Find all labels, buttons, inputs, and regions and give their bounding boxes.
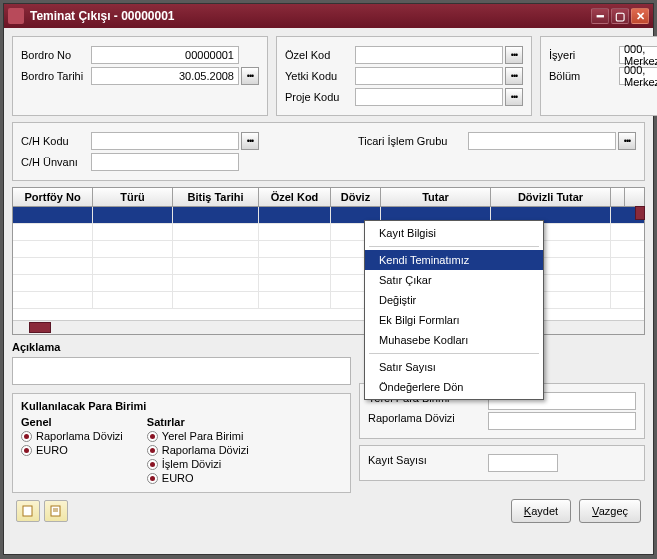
grid-vertical-scroll-indicator[interactable]: [635, 206, 645, 220]
svg-rect-0: [23, 506, 32, 516]
bordro-no-label: Bordro No: [21, 49, 91, 61]
ozel-kod-lookup-button[interactable]: •••: [505, 46, 523, 64]
kayit-sayisi-label: Kayıt Sayısı: [368, 454, 488, 472]
col-bitis-tarihi[interactable]: Bitiş Tarihi: [173, 188, 259, 206]
panel-codes: Özel Kod ••• Yetki Kodu ••• Proje Kodu •…: [276, 36, 532, 116]
col-turu[interactable]: Türü: [93, 188, 173, 206]
ctx-ondegerlere[interactable]: Öndeğerlere Dön: [365, 377, 543, 397]
grid-row[interactable]: [13, 275, 644, 292]
ticari-lookup-button[interactable]: •••: [618, 132, 636, 150]
radio-icon: [21, 445, 32, 456]
radio-icon: [147, 459, 158, 470]
aciklama-label: Açıklama: [12, 341, 351, 353]
col-doviz[interactable]: Döviz: [331, 188, 381, 206]
currency-panel: Kullanılacak Para Birimi Genel Raporlama…: [12, 393, 351, 493]
bottom-panels: Açıklama Kullanılacak Para Birimi Genel …: [12, 341, 645, 493]
title-bar: Teminat Çıkışı - 00000001 ━ ▢ ✕: [4, 4, 653, 28]
radio-icon: [147, 445, 158, 456]
col-scroll-gap: [611, 188, 625, 206]
ch-kodu-input[interactable]: [91, 132, 239, 150]
ctx-satir-cikar[interactable]: Satır Çıkar: [365, 270, 543, 290]
col-dovizli-tutar[interactable]: Dövizli Tutar: [491, 188, 611, 206]
ctx-muhasebe[interactable]: Muhasebe Kodları: [365, 330, 543, 350]
ctx-degistir[interactable]: Değiştir: [365, 290, 543, 310]
app-window: Teminat Çıkışı - 00000001 ━ ▢ ✕ Bordro N…: [3, 3, 654, 555]
minimize-button[interactable]: ━: [591, 8, 609, 24]
radio-icon: [147, 473, 158, 484]
currency-title: Kullanılacak Para Birimi: [21, 400, 342, 412]
close-button[interactable]: ✕: [631, 8, 649, 24]
grid-row[interactable]: [13, 241, 644, 258]
cancel-button[interactable]: Vazgeç: [579, 499, 641, 523]
radio-genel-euro[interactable]: EURO: [21, 444, 123, 456]
panel-org: İşyeri 000, Merkez Bölüm 000, Merkez: [540, 36, 657, 116]
panel-bordro: Bordro No Bordro Tarihi •••: [12, 36, 268, 116]
footer: Kaydet Vazgeç: [12, 499, 645, 523]
radio-satir-raporlama[interactable]: Raporlama Dövizi: [147, 444, 249, 456]
app-icon: [8, 8, 24, 24]
context-menu[interactable]: Kayıt Bilgisi Kendi Teminatımız Satır Çı…: [364, 220, 544, 400]
ozel-kod-input[interactable]: [355, 46, 503, 64]
ctx-ek-bilgi[interactable]: Ek Bilgi Formları: [365, 310, 543, 330]
ch-kodu-label: C/H Kodu: [21, 135, 91, 147]
proje-kodu-label: Proje Kodu: [285, 91, 355, 103]
radio-genel-raporlama[interactable]: Raporlama Dövizi: [21, 430, 123, 442]
bordro-no-input[interactable]: [91, 46, 239, 64]
kayit-sayisi-input[interactable]: [488, 454, 558, 472]
isyeri-combo[interactable]: 000, Merkez: [619, 46, 657, 64]
window-content: Bordro No Bordro Tarihi ••• Özel Kod •••: [4, 28, 653, 554]
bolum-label: Bölüm: [549, 70, 619, 82]
bolum-combo[interactable]: 000, Merkez: [619, 67, 657, 85]
yetki-kodu-lookup-button[interactable]: •••: [505, 67, 523, 85]
ozel-kod-label: Özel Kod: [285, 49, 355, 61]
window-title: Teminat Çıkışı - 00000001: [30, 9, 589, 23]
ctx-kendi-teminatimiz[interactable]: Kendi Teminatımız: [365, 250, 543, 270]
scrollbar-thumb[interactable]: [29, 322, 51, 333]
radio-icon: [147, 431, 158, 442]
toolbar-icon-1[interactable]: [16, 500, 40, 522]
rapor-input[interactable]: [488, 412, 636, 430]
grid-horizontal-scrollbar[interactable]: [13, 320, 644, 334]
genel-label: Genel: [21, 416, 123, 428]
satirlar-group: Satırlar Yerel Para Birimi Raporlama Döv…: [147, 416, 249, 486]
bordro-tarihi-label: Bordro Tarihi: [21, 70, 91, 82]
col-tutar[interactable]: Tutar: [381, 188, 491, 206]
radio-satir-euro[interactable]: EURO: [147, 472, 249, 484]
yetki-kodu-label: Yetki Kodu: [285, 70, 355, 82]
bordro-tarihi-input[interactable]: [91, 67, 239, 85]
proje-kodu-lookup-button[interactable]: •••: [505, 88, 523, 106]
grid-row-selected[interactable]: [13, 207, 644, 224]
grid-row[interactable]: [13, 258, 644, 275]
count-panel: Kayıt Sayısı: [359, 445, 645, 481]
col-ozel-kod[interactable]: Özel Kod: [259, 188, 331, 206]
ctx-kayit-bilgisi[interactable]: Kayıt Bilgisi: [365, 223, 543, 243]
proje-kodu-input[interactable]: [355, 88, 503, 106]
date-picker-button[interactable]: •••: [241, 67, 259, 85]
ctx-satir-sayisi[interactable]: Satır Sayısı: [365, 357, 543, 377]
ticari-input[interactable]: [468, 132, 616, 150]
aciklama-group: Açıklama: [12, 341, 351, 387]
top-panels: Bordro No Bordro Tarihi ••• Özel Kod •••: [12, 36, 645, 116]
grid-row[interactable]: [13, 292, 644, 309]
save-button[interactable]: Kaydet: [511, 499, 571, 523]
grid[interactable]: Portföy No Türü Bitiş Tarihi Özel Kod Dö…: [12, 187, 645, 335]
bolum-value: 000, Merkez: [624, 64, 657, 88]
maximize-button[interactable]: ▢: [611, 8, 629, 24]
toolbar-icon-2[interactable]: [44, 500, 68, 522]
radio-icon: [21, 431, 32, 442]
grid-header: Portföy No Türü Bitiş Tarihi Özel Kod Dö…: [13, 188, 644, 207]
ch-kodu-lookup-button[interactable]: •••: [241, 132, 259, 150]
yetki-kodu-input[interactable]: [355, 67, 503, 85]
aciklama-input[interactable]: [12, 357, 351, 385]
col-portfoy-no[interactable]: Portföy No: [13, 188, 93, 206]
ch-unvani-input[interactable]: [91, 153, 239, 171]
radio-satir-yerel[interactable]: Yerel Para Birimi: [147, 430, 249, 442]
grid-row[interactable]: [13, 224, 644, 241]
list-icon: [50, 505, 62, 517]
satirlar-label: Satırlar: [147, 416, 249, 428]
panel-ch: C/H Kodu ••• C/H Ünvanı Ticari İşlem Gru…: [12, 122, 645, 181]
isyeri-label: İşyeri: [549, 49, 619, 61]
radio-satir-islem[interactable]: İşlem Dövizi: [147, 458, 249, 470]
ctx-separator: [369, 246, 539, 247]
grid-body[interactable]: [13, 207, 644, 320]
